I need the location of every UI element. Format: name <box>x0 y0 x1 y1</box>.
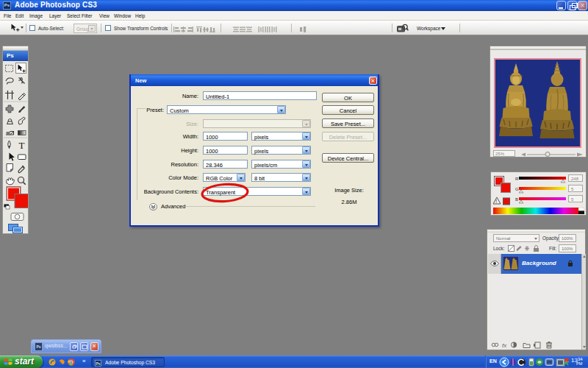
svg-text:T: T <box>19 140 25 151</box>
svg-text:fx: fx <box>502 342 507 349</box>
svg-text:!: ! <box>495 199 497 204</box>
